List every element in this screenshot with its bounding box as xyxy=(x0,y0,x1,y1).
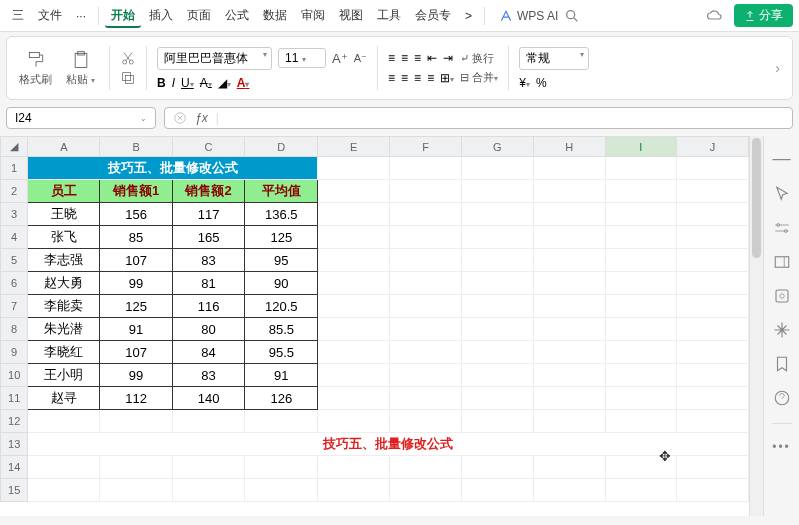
cancel-icon[interactable] xyxy=(173,111,187,125)
tab-formula[interactable]: 公式 xyxy=(219,3,255,28)
row-header[interactable]: 1 xyxy=(1,157,28,180)
row-header[interactable]: 14 xyxy=(1,456,28,479)
col-header[interactable]: A xyxy=(28,137,100,157)
cell[interactable]: 90 xyxy=(245,272,318,295)
row-header[interactable]: 9 xyxy=(1,341,28,364)
row-header[interactable]: 10 xyxy=(1,364,28,387)
currency-icon[interactable]: ¥▾ xyxy=(519,76,530,90)
decrease-font-icon[interactable]: A⁻ xyxy=(354,52,367,65)
italic-icon[interactable]: I xyxy=(172,76,175,90)
cell[interactable]: 99 xyxy=(100,364,172,387)
cell[interactable]: 91 xyxy=(245,364,318,387)
indent-left-icon[interactable]: ⇤ xyxy=(427,51,437,65)
row-header[interactable]: 5 xyxy=(1,249,28,272)
row-header[interactable]: 12 xyxy=(1,410,28,433)
font-color-icon[interactable]: A▾ xyxy=(237,76,250,90)
bold-icon[interactable]: B xyxy=(157,76,166,90)
cell[interactable]: 84 xyxy=(172,341,244,364)
number-format-select[interactable]: 常规 ▾ xyxy=(519,47,589,70)
table-header[interactable]: 销售额1 xyxy=(100,180,172,203)
font-size-select[interactable]: 11 ▾ xyxy=(278,48,326,68)
paste-group[interactable]: 粘贴 ▾ xyxy=(62,50,99,87)
cursor-icon[interactable] xyxy=(773,185,791,203)
panel-icon[interactable] xyxy=(773,253,791,271)
row-header[interactable]: 13 xyxy=(1,433,28,456)
cell[interactable]: 112 xyxy=(100,387,172,410)
cell[interactable]: 95.5 xyxy=(245,341,318,364)
align-center-icon[interactable]: ≡ xyxy=(401,71,408,85)
settings-icon[interactable] xyxy=(773,321,791,339)
align-bottom-icon[interactable]: ≡ xyxy=(414,51,421,65)
menu-file[interactable]: 文件 xyxy=(32,3,68,28)
table-header[interactable]: 销售额2 xyxy=(172,180,244,203)
cell[interactable]: 83 xyxy=(172,249,244,272)
col-header[interactable]: H xyxy=(533,137,605,157)
wrap-button[interactable]: ⤶ 换行 xyxy=(460,51,498,66)
cell[interactable]: 99 xyxy=(100,272,172,295)
share-button[interactable]: 分享 xyxy=(734,4,793,27)
cell[interactable]: 80 xyxy=(172,318,244,341)
cell[interactable]: 赵大勇 xyxy=(28,272,100,295)
col-header[interactable]: B xyxy=(100,137,172,157)
cell[interactable]: 156 xyxy=(100,203,172,226)
cell[interactable]: 107 xyxy=(100,341,172,364)
table-header[interactable]: 平均值 xyxy=(245,180,318,203)
cell[interactable]: 85.5 xyxy=(245,318,318,341)
select-all-corner[interactable]: ◢ xyxy=(1,137,28,157)
row-header[interactable]: 7 xyxy=(1,295,28,318)
row-header[interactable]: 4 xyxy=(1,226,28,249)
fx-icon[interactable]: ƒx xyxy=(195,111,208,125)
row-header[interactable]: 3 xyxy=(1,203,28,226)
col-header[interactable]: J xyxy=(677,137,749,157)
hamburger-icon[interactable]: 三 xyxy=(6,3,30,28)
cell[interactable]: 朱光潜 xyxy=(28,318,100,341)
search-icon[interactable] xyxy=(564,8,580,24)
col-header[interactable]: C xyxy=(172,137,244,157)
help-icon[interactable] xyxy=(773,389,791,407)
row-header[interactable]: 15 xyxy=(1,479,28,502)
tab-insert[interactable]: 插入 xyxy=(143,3,179,28)
align-justify-icon[interactable]: ≡ xyxy=(427,71,434,85)
font-name-select[interactable]: 阿里巴巴普惠体 ▾ xyxy=(157,47,272,70)
adjust-icon[interactable] xyxy=(773,219,791,237)
row-header[interactable]: 11 xyxy=(1,387,28,410)
col-header[interactable]: D xyxy=(245,137,318,157)
tab-review[interactable]: 审阅 xyxy=(295,3,331,28)
copy-icon[interactable] xyxy=(120,70,136,86)
cell[interactable]: 李晓红 xyxy=(28,341,100,364)
cell[interactable]: 117 xyxy=(172,203,244,226)
row-header[interactable]: 6 xyxy=(1,272,28,295)
cell[interactable]: 81 xyxy=(172,272,244,295)
cell[interactable]: 107 xyxy=(100,249,172,272)
cell[interactable]: 张飞 xyxy=(28,226,100,249)
cell[interactable]: 91 xyxy=(100,318,172,341)
more-icon[interactable]: ••• xyxy=(772,440,791,454)
indent-right-icon[interactable]: ⇥ xyxy=(443,51,453,65)
cell[interactable]: 王晓 xyxy=(28,203,100,226)
cut-icon[interactable] xyxy=(120,50,136,66)
row-header[interactable]: 8 xyxy=(1,318,28,341)
cell[interactable]: 125 xyxy=(245,226,318,249)
tab-tools[interactable]: 工具 xyxy=(371,3,407,28)
bookmark-icon[interactable] xyxy=(773,355,791,373)
align-middle-icon[interactable]: ≡ xyxy=(401,51,408,65)
collapse-icon[interactable]: — xyxy=(773,148,791,169)
align-right-icon[interactable]: ≡ xyxy=(414,71,421,85)
col-header[interactable]: E xyxy=(318,137,390,157)
tab-overflow-icon[interactable]: > xyxy=(459,5,478,27)
tab-data[interactable]: 数据 xyxy=(257,3,293,28)
highlight-icon[interactable]: ◢▾ xyxy=(218,76,231,90)
align-top-icon[interactable]: ≡ xyxy=(388,51,395,65)
cell[interactable]: 王小明 xyxy=(28,364,100,387)
property-icon[interactable] xyxy=(773,287,791,305)
tab-member[interactable]: 会员专 xyxy=(409,3,457,28)
row-header[interactable]: 2 xyxy=(1,180,28,203)
tab-view[interactable]: 视图 xyxy=(333,3,369,28)
strikethrough-icon[interactable]: A▾ xyxy=(200,76,212,90)
formula-input[interactable]: ƒx | xyxy=(164,107,793,129)
cell[interactable]: 赵寻 xyxy=(28,387,100,410)
cloud-icon[interactable] xyxy=(706,7,724,25)
vertical-scrollbar[interactable] xyxy=(749,136,763,516)
percent-icon[interactable]: % xyxy=(536,76,547,90)
table-title[interactable]: 技巧五、批量修改公式 xyxy=(28,157,318,180)
